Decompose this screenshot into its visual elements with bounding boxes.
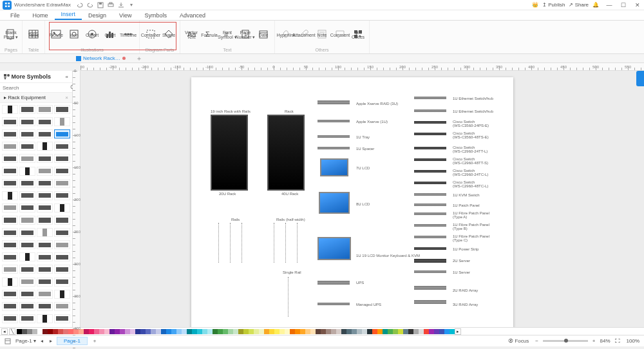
color-swatch[interactable] xyxy=(393,329,398,334)
color-swatch[interactable] xyxy=(161,329,166,334)
ribbon-font-button[interactable]: #FontSymbol ▾ xyxy=(219,22,236,48)
color-swatch[interactable] xyxy=(388,329,393,334)
color-swatch[interactable] xyxy=(223,329,228,334)
print-icon[interactable] xyxy=(107,1,115,9)
shape-thumbnail[interactable] xyxy=(37,105,53,114)
rack-unit-shape[interactable] xyxy=(317,135,350,138)
page-selector[interactable]: Page-1 ▾ xyxy=(15,338,36,344)
color-swatch[interactable] xyxy=(22,329,27,334)
color-swatch[interactable] xyxy=(187,329,192,334)
rack-unit-shape[interactable] xyxy=(414,97,446,99)
rack-unit-shape[interactable] xyxy=(317,281,350,285)
shape-thumbnail[interactable] xyxy=(19,265,35,274)
menu-home[interactable]: Home xyxy=(26,11,55,20)
shape-thumbnail[interactable] xyxy=(2,117,18,126)
menu-insert[interactable]: Insert xyxy=(55,10,82,20)
shape-thumbnail[interactable] xyxy=(19,290,35,299)
shape-thumbnail[interactable] xyxy=(2,154,18,163)
save-icon[interactable] xyxy=(97,1,104,9)
color-swatch[interactable] xyxy=(218,329,223,334)
ribbon-picture-button[interactable]: Picture xyxy=(48,22,64,48)
colorbar-prev[interactable]: ◂ xyxy=(1,328,8,335)
shape-thumbnail[interactable] xyxy=(2,142,18,151)
shape-thumbnail[interactable] xyxy=(2,314,18,323)
shape-thumbnail[interactable] xyxy=(54,167,70,176)
focus-mode-button[interactable]: ⦿ Focus xyxy=(506,338,531,344)
shape-thumbnail[interactable] xyxy=(37,191,53,200)
color-swatch[interactable] xyxy=(166,329,171,334)
color-swatch[interactable] xyxy=(171,329,176,334)
color-swatch[interactable] xyxy=(419,329,424,334)
shape-thumbnail[interactable] xyxy=(19,129,35,138)
color-swatch[interactable] xyxy=(269,329,274,334)
shape-thumbnail[interactable] xyxy=(2,179,18,188)
color-swatch[interactable] xyxy=(228,329,233,334)
ribbon-table-button[interactable]: Table xyxy=(25,22,42,48)
color-swatch[interactable] xyxy=(279,329,285,334)
ribbon-hyperlink-button[interactable]: Hyperlink xyxy=(278,22,294,48)
rack-unit-shape[interactable] xyxy=(414,224,446,227)
rack-unit-shape[interactable] xyxy=(414,109,446,112)
more-symbols-header[interactable]: More Symbols « xyxy=(0,71,72,83)
shape-thumbnail[interactable] xyxy=(2,302,18,311)
undo-button[interactable] xyxy=(76,1,84,9)
color-swatch[interactable] xyxy=(439,329,444,334)
color-swatch[interactable] xyxy=(403,329,408,334)
shape-thumbnail[interactable] xyxy=(37,154,53,163)
shape-thumbnail[interactable] xyxy=(54,314,70,323)
shape-thumbnail[interactable] xyxy=(54,228,70,237)
color-swatch[interactable] xyxy=(310,329,316,334)
rack-unit-shape[interactable] xyxy=(414,193,446,196)
color-swatch[interactable] xyxy=(89,329,94,334)
shape-thumbnail[interactable] xyxy=(19,191,35,200)
rack-shape[interactable] xyxy=(267,115,305,191)
color-swatch[interactable] xyxy=(429,329,434,334)
color-swatch[interactable] xyxy=(151,329,156,334)
color-swatch[interactable] xyxy=(213,329,218,334)
shape-thumbnail[interactable] xyxy=(2,265,18,274)
shape-thumbnail[interactable] xyxy=(37,216,53,225)
shape-thumbnail[interactable] xyxy=(54,252,70,261)
fit-page-button[interactable]: ⛶ xyxy=(613,338,622,344)
qat-more-icon[interactable]: ▾ xyxy=(128,1,135,9)
rack-unit-shape[interactable] xyxy=(414,158,446,161)
rail-shape[interactable] xyxy=(242,223,242,263)
shape-thumbnail[interactable] xyxy=(19,314,35,323)
monitor-shape[interactable] xyxy=(317,237,351,260)
redo-button[interactable] xyxy=(86,1,94,9)
color-swatch[interactable] xyxy=(192,329,197,334)
color-swatch[interactable] xyxy=(120,329,125,334)
shape-thumbnail[interactable] xyxy=(37,142,53,151)
color-swatch[interactable] xyxy=(372,329,377,334)
shape-thumbnail[interactable] xyxy=(54,203,70,212)
shape-thumbnail[interactable] xyxy=(54,179,70,188)
shape-thumbnail[interactable] xyxy=(37,278,53,287)
rack-unit-shape[interactable] xyxy=(414,212,446,215)
color-swatch[interactable] xyxy=(295,329,300,334)
shape-thumbnail[interactable] xyxy=(2,105,18,114)
shape-thumbnail[interactable] xyxy=(2,191,18,200)
rail-shape[interactable] xyxy=(274,223,274,263)
menu-view[interactable]: View xyxy=(113,11,138,20)
rack-unit-shape[interactable] xyxy=(414,121,446,124)
color-swatch[interactable] xyxy=(197,329,202,334)
shape-thumbnail[interactable] xyxy=(2,252,18,261)
color-swatch[interactable] xyxy=(182,329,187,334)
color-swatch[interactable] xyxy=(202,329,207,334)
color-swatch[interactable] xyxy=(408,329,413,334)
menu-symbols[interactable]: Symbols xyxy=(138,11,173,20)
rack-unit-shape[interactable] xyxy=(414,133,446,135)
shape-thumbnail[interactable] xyxy=(54,191,70,200)
ribbon-page-button[interactable]: 1PageNumber ▾ xyxy=(237,22,254,48)
shape-thumbnail[interactable] xyxy=(19,203,35,212)
rail-shape[interactable] xyxy=(288,277,289,317)
color-swatch[interactable] xyxy=(58,329,63,334)
shape-thumbnail[interactable] xyxy=(54,290,70,299)
shape-thumbnail[interactable] xyxy=(19,117,35,126)
shape-thumbnail[interactable] xyxy=(37,302,53,311)
menu-design[interactable]: Design xyxy=(82,11,113,20)
color-swatch[interactable] xyxy=(300,329,305,334)
shape-thumbnail[interactable] xyxy=(54,117,70,126)
publish-button[interactable]: ↥ Publish xyxy=(542,2,565,8)
doc-tab-active[interactable]: Network Rack… xyxy=(71,55,131,61)
